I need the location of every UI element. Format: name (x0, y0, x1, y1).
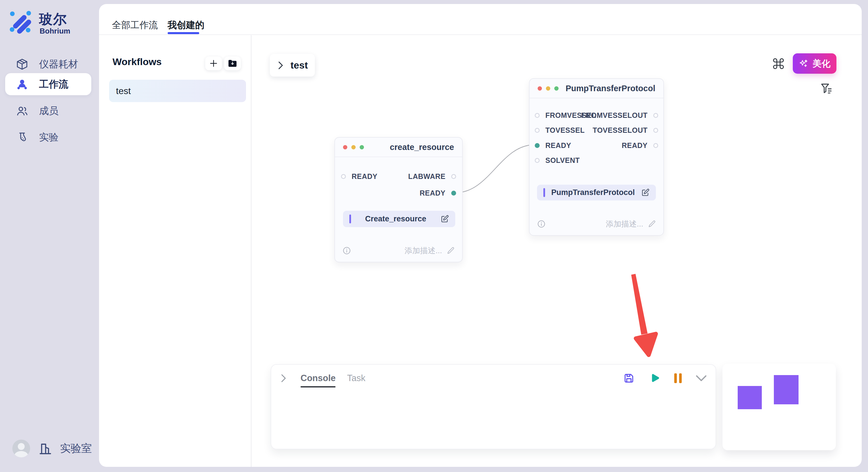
active-tab-underline (167, 32, 199, 34)
sidebar-item-experiments[interactable]: 实验 (5, 126, 91, 148)
node-title: PumpTransferProtocol (565, 84, 655, 93)
experiment-icon (16, 131, 29, 144)
import-folder-button[interactable] (224, 57, 241, 70)
port-label: READY (546, 141, 571, 150)
save-icon[interactable] (623, 372, 634, 384)
active-console-tab-underline (301, 386, 336, 387)
green-dot-icon (360, 145, 364, 149)
port-out-labware[interactable]: LABWARE (408, 172, 456, 181)
edit-icon[interactable] (641, 189, 650, 197)
pill-label: PumpTransferProtocol (545, 188, 641, 197)
minimap[interactable] (722, 364, 836, 450)
node-create-resource[interactable]: create_resource READY LABWARE READY Crea… (334, 137, 463, 262)
red-dot-icon (343, 145, 347, 149)
port-in-solvent[interactable]: SOLVENT (535, 156, 580, 165)
sparkles-icon (799, 59, 809, 69)
minimap-node (738, 386, 762, 409)
pencil-icon[interactable] (446, 247, 455, 255)
workflow-icon (16, 78, 29, 91)
port-in-tovessel[interactable]: TOVESSEL (535, 126, 585, 134)
port-out-ready[interactable]: READY (622, 141, 658, 150)
workflow-item-label: test (116, 86, 131, 96)
folder-download-icon (228, 59, 237, 67)
port-out-fromvesselout[interactable]: FROMVESSELOUT (581, 111, 658, 120)
logo-subtitle: Bohrium (40, 27, 70, 36)
sidebar-item-label: 工作流 (39, 78, 68, 91)
workflows-title: Workflows (113, 56, 162, 67)
description-placeholder[interactable]: 添加描述... (606, 219, 643, 229)
tab-created-by-me[interactable]: 我创建的 (167, 19, 205, 32)
minimap-node (774, 375, 799, 404)
port-label: FROMVESSELOUT (581, 111, 648, 120)
node-header: PumpTransferProtocol (530, 79, 663, 98)
port-label: READY (420, 189, 445, 197)
description-placeholder[interactable]: 添加描述... (404, 245, 442, 256)
port-label: LABWARE (408, 172, 445, 181)
node-footer: 添加描述... (537, 219, 656, 229)
info-icon[interactable] (537, 220, 546, 228)
port-in-ready[interactable]: READY (341, 172, 377, 181)
user-area[interactable]: 实验室 (12, 440, 92, 458)
breadcrumb-label: test (290, 60, 308, 71)
lab-label: 实验室 (60, 441, 92, 456)
tab-task[interactable]: Task (347, 373, 365, 383)
port-out-ready[interactable]: READY (420, 189, 456, 197)
bohrium-logo-icon (9, 9, 34, 34)
port-circle[interactable] (341, 174, 346, 179)
port-circle[interactable] (653, 143, 658, 148)
port-circle-connected[interactable] (535, 143, 539, 148)
port-label: READY (622, 141, 648, 150)
tab-console[interactable]: Console (301, 373, 336, 383)
sidebar-item-label: 仪器耗材 (39, 58, 78, 71)
yellow-dot-icon (546, 86, 550, 91)
port-circle[interactable] (535, 113, 539, 118)
pause-icon[interactable] (674, 373, 682, 383)
avatar[interactable] (12, 440, 30, 458)
port-in-ready[interactable]: READY (535, 141, 571, 150)
beautify-label: 美化 (813, 58, 830, 70)
node-pump-transfer-protocol[interactable]: PumpTransferProtocol FROMVESSEL TOVESSEL… (529, 78, 664, 236)
port-circle-connected[interactable] (451, 191, 456, 196)
edit-icon[interactable] (440, 215, 449, 224)
sidebar-item-label: 成员 (39, 104, 59, 117)
sidebar-item-instruments[interactable]: 仪器耗材 (5, 53, 91, 75)
pencil-icon[interactable] (648, 220, 656, 228)
chevron-right-icon (277, 61, 284, 70)
port-label: TOVESSEL (546, 126, 585, 134)
play-icon[interactable] (648, 372, 660, 384)
port-circle[interactable] (451, 174, 456, 179)
port-circle[interactable] (535, 158, 539, 163)
port-circle[interactable] (653, 113, 658, 118)
command-icon[interactable] (772, 57, 785, 70)
package-icon (16, 58, 29, 71)
sidebar: 玻尔 Bohrium 仪器耗材 工作流 (0, 0, 99, 472)
console-panel: Console Task (271, 364, 716, 449)
breadcrumb[interactable]: test (270, 54, 315, 76)
chevron-right-icon[interactable] (280, 374, 287, 383)
port-label: SOLVENT (546, 156, 580, 165)
chevron-down-icon[interactable] (695, 374, 707, 382)
sidebar-item-workflow[interactable]: 工作流 (5, 73, 91, 95)
port-out-tovesselout[interactable]: TOVESSELOUT (593, 126, 658, 134)
node-action-pill[interactable]: PumpTransferProtocol (537, 185, 656, 200)
workflow-list-item-test[interactable]: test (109, 80, 246, 102)
logo-title: 玻尔 (39, 10, 67, 28)
info-icon[interactable] (342, 246, 351, 255)
node-title: create_resource (390, 142, 454, 152)
add-workflow-button[interactable] (205, 57, 222, 70)
node-action-pill[interactable]: Create_resource (343, 211, 455, 227)
port-label: TOVESSELOUT (593, 126, 648, 134)
red-dot-icon (538, 86, 542, 91)
plus-icon (209, 59, 218, 68)
filter-icon[interactable] (820, 82, 833, 95)
building-icon (38, 442, 52, 455)
port-circle[interactable] (653, 128, 658, 133)
tabbar-divider (99, 34, 862, 35)
sidebar-item-members[interactable]: 成员 (5, 100, 91, 122)
port-circle[interactable] (535, 128, 539, 133)
beautify-button[interactable]: 美化 (793, 53, 836, 74)
green-dot-icon (554, 86, 559, 91)
tab-all-workflows[interactable]: 全部工作流 (112, 19, 158, 32)
sidebar-item-label: 实验 (39, 131, 59, 144)
members-icon (16, 104, 29, 117)
